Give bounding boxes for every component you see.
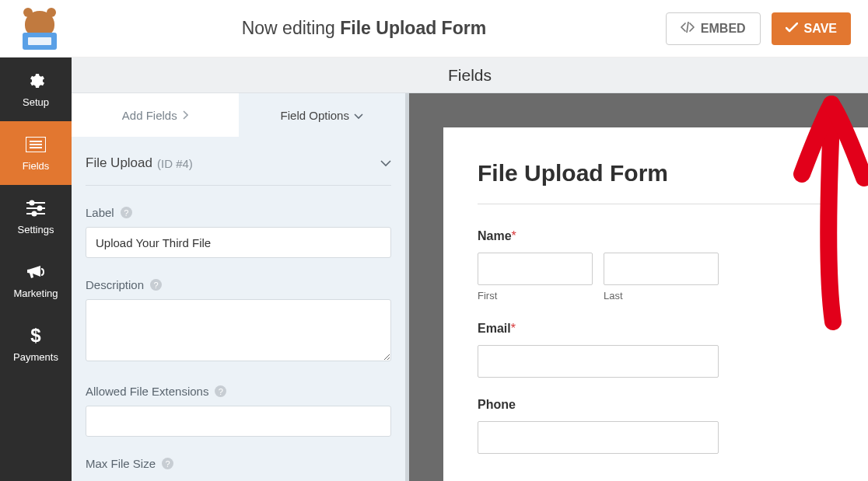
allowed-ext-caption: Allowed File Extensions [86, 385, 208, 398]
tab-label: Add Fields [122, 109, 177, 122]
required-mark: * [512, 229, 516, 242]
accordion-title: File Upload [86, 155, 152, 171]
sidebar-label: Settings [18, 224, 54, 235]
check-icon [786, 22, 798, 36]
now-editing-prefix: Now editing [242, 18, 341, 38]
preview-email-field[interactable]: Email* [478, 322, 834, 378]
required-mark: * [511, 322, 516, 335]
sidebar-item-settings[interactable]: Settings [0, 185, 72, 249]
embed-button[interactable]: EMBED [666, 12, 761, 45]
label-input[interactable] [86, 227, 391, 258]
accordion-header[interactable]: File Upload (ID #4) [86, 137, 391, 186]
list-icon [26, 134, 46, 155]
label-caption: Label [86, 206, 114, 219]
divider [478, 204, 834, 204]
tab-field-options[interactable]: Field Options [239, 93, 406, 137]
email-label: Email [478, 322, 511, 335]
dollar-icon: $ [26, 326, 46, 346]
megaphone-icon [26, 262, 46, 282]
help-icon[interactable]: ? [162, 458, 173, 469]
last-sublabel: Last [604, 290, 719, 301]
sliders-icon [26, 198, 46, 218]
sidebar-label: Marketing [13, 288, 58, 299]
help-icon[interactable]: ? [150, 279, 162, 291]
name-label: Name [478, 229, 512, 242]
max-size-caption: Max File Size [86, 457, 156, 470]
first-sublabel: First [478, 290, 593, 301]
save-button[interactable]: SAVE [772, 12, 851, 45]
form-preview: File Upload Form Name* First [443, 127, 868, 481]
sidebar-item-payments[interactable]: $ Payments [0, 312, 72, 376]
description-textarea[interactable] [86, 299, 391, 361]
first-name-input[interactable] [478, 253, 593, 285]
save-label: SAVE [804, 22, 837, 36]
chevron-down-icon [380, 155, 391, 171]
app-logo [17, 8, 62, 50]
field-id-text: (ID #4) [157, 157, 193, 170]
preview-wrapper: File Upload Form Name* First [409, 93, 868, 481]
top-bar: Now editing File Upload Form EMBED SAVE [0, 0, 868, 58]
tab-add-fields[interactable]: Add Fields [72, 93, 239, 137]
phone-label: Phone [478, 398, 516, 411]
tab-label: Field Options [281, 109, 349, 122]
code-icon [681, 22, 695, 36]
svg-point-9 [33, 212, 37, 216]
preview-heading: File Upload Form [478, 160, 834, 186]
preview-name-field[interactable]: Name* First Last [478, 229, 834, 301]
svg-point-5 [30, 201, 34, 205]
chevron-down-icon [354, 109, 363, 122]
description-caption: Description [86, 278, 144, 291]
field-options-panel: Add Fields Field Options File U [72, 93, 409, 481]
editing-title: Now editing File Upload Form [62, 18, 666, 39]
help-icon[interactable]: ? [215, 385, 226, 397]
help-icon[interactable]: ? [121, 207, 132, 218]
preview-phone-field[interactable]: Phone [478, 398, 834, 454]
page-title: Fields [72, 58, 868, 93]
sidebar-label: Payments [13, 351, 58, 363]
sidebar-item-setup[interactable]: Setup [0, 58, 72, 121]
sidebar-label: Setup [23, 96, 49, 108]
form-name: File Upload Form [340, 18, 486, 38]
last-name-input[interactable] [604, 253, 719, 285]
sidebar-item-marketing[interactable]: Marketing [0, 249, 72, 312]
phone-input[interactable] [478, 421, 719, 454]
svg-point-7 [38, 207, 42, 211]
chevron-right-icon [182, 109, 188, 122]
sidebar-label: Fields [23, 160, 50, 172]
sidebar-item-fields[interactable]: Fields [0, 121, 72, 185]
sidebar: Setup Fields Settings Marketing $ Paymen… [0, 58, 72, 481]
email-input[interactable] [478, 345, 719, 378]
svg-text:$: $ [30, 326, 41, 346]
gear-icon [26, 71, 46, 91]
embed-label: EMBED [701, 22, 746, 36]
allowed-ext-input[interactable] [86, 406, 391, 437]
